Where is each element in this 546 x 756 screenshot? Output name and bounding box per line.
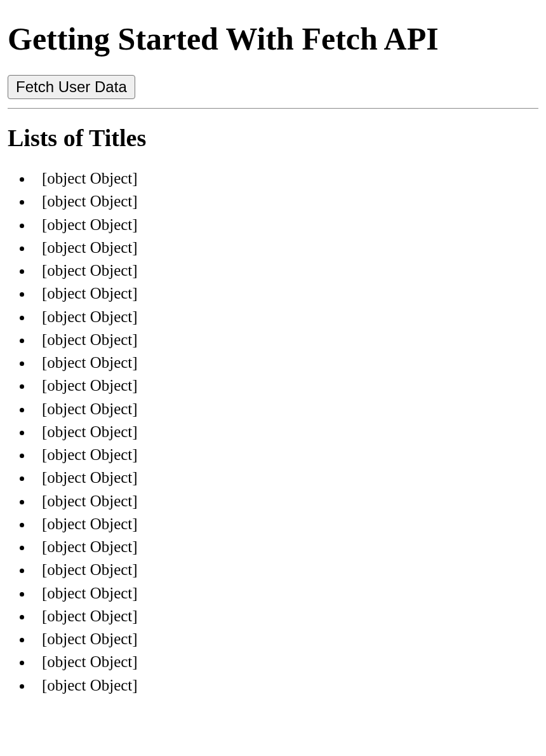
list-item: [object Object] [33, 466, 538, 489]
list-item: [object Object] [33, 374, 538, 397]
list-item: [object Object] [33, 259, 538, 282]
fetch-user-data-button[interactable]: Fetch User Data [8, 75, 135, 99]
list-item: [object Object] [33, 513, 538, 536]
list-item: [object Object] [33, 582, 538, 605]
list-item: [object Object] [33, 628, 538, 651]
list-item: [object Object] [33, 167, 538, 190]
list-item: [object Object] [33, 328, 538, 351]
list-item: [object Object] [33, 236, 538, 259]
list-item: [object Object] [33, 351, 538, 374]
list-item: [object Object] [33, 306, 538, 328]
list-item: [object Object] [33, 398, 538, 421]
list-item: [object Object] [33, 536, 538, 558]
list-item: [object Object] [33, 282, 538, 305]
list-item: [object Object] [33, 190, 538, 213]
list-item: [object Object] [33, 605, 538, 628]
list-item: [object Object] [33, 651, 538, 673]
list-item: [object Object] [33, 558, 538, 581]
list-item: [object Object] [33, 674, 538, 697]
titles-list: [object Object][object Object][object Ob… [8, 167, 538, 697]
divider [8, 108, 538, 109]
list-item: [object Object] [33, 421, 538, 443]
page-title: Getting Started With Fetch API [8, 20, 538, 57]
list-item: [object Object] [33, 443, 538, 466]
list-item: [object Object] [33, 213, 538, 236]
list-item: [object Object] [33, 490, 538, 513]
section-heading: Lists of Titles [8, 124, 538, 152]
